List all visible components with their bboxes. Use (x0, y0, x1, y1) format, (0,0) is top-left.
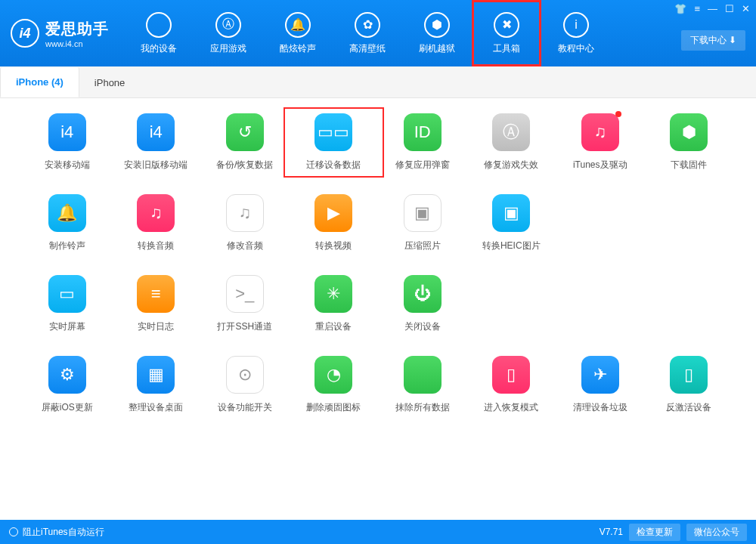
tool-icon: ⏻ (404, 275, 442, 313)
maximize-icon[interactable]: ☐ (725, 3, 734, 14)
tool-item[interactable]: ♫iTunes及驱动 (556, 113, 645, 172)
tool-item[interactable]: ≡实时日志 (112, 275, 201, 333)
tool-label: 实时屏幕 (49, 320, 85, 333)
tool-icon: ▯ (492, 356, 530, 394)
tool-label: 设备功能开关 (218, 401, 272, 414)
tool-label: 反激活设备 (666, 401, 711, 414)
nav-icon: i (563, 12, 589, 38)
menu-icon[interactable]: ≡ (694, 3, 700, 14)
tool-icon: ▣ (492, 194, 530, 232)
tool-item[interactable]: ▭▭迁移设备数据 (290, 113, 379, 172)
tool-item[interactable]: ⚙屏蔽iOS更新 (23, 356, 112, 414)
tool-item[interactable]: i4安装移动端 (23, 113, 112, 172)
tool-label: 安装移动端 (45, 159, 90, 172)
nav-2[interactable]: 🔔酷炫铃声 (263, 0, 333, 66)
tool-icon: Ⓐ (492, 113, 530, 151)
tool-label: 删除顽固图标 (306, 401, 361, 414)
tool-icon: ✳ (314, 275, 352, 313)
nav-label: 应用游戏 (210, 42, 246, 55)
skin-icon[interactable]: 👕 (674, 3, 686, 14)
tool-icon: ↺ (226, 113, 264, 151)
tool-label: 制作铃声 (49, 240, 85, 252)
nav-3[interactable]: ✿高清壁纸 (333, 0, 402, 66)
tool-label: 备份/恢复数据 (216, 159, 273, 172)
nav-0[interactable]: 我的设备 (124, 0, 194, 66)
tool-icon (404, 356, 442, 394)
nav-icon: ✿ (355, 12, 380, 38)
tool-label: 屏蔽iOS更新 (42, 401, 93, 414)
tool-item[interactable]: ◔删除顽固图标 (290, 356, 379, 414)
nav-label: 工具箱 (493, 42, 520, 55)
tab-0[interactable]: iPhone (4) (0, 67, 79, 97)
tool-label: 下载固件 (671, 159, 707, 172)
radio-icon[interactable] (9, 527, 18, 536)
tool-label: 转换音频 (138, 240, 174, 252)
tool-item[interactable]: ▯反激活设备 (645, 356, 734, 414)
tool-item[interactable]: ⏻关闭设备 (378, 275, 467, 333)
tool-label: 转换HEIC图片 (482, 240, 541, 252)
tab-1[interactable]: iPhone (79, 67, 140, 97)
tool-item[interactable]: ▯进入恢复模式 (467, 356, 556, 414)
tool-item[interactable]: ✈清理设备垃圾 (556, 356, 645, 414)
itunes-block-toggle[interactable]: 阻止iTunes自动运行 (23, 526, 104, 539)
tool-item[interactable]: ♫修改音频 (200, 194, 290, 252)
tool-icon: ✈ (581, 356, 619, 394)
nav-label: 刷机越狱 (419, 42, 455, 55)
tool-item[interactable]: ⊙设备功能开关 (200, 356, 290, 414)
tool-item[interactable]: >_打开SSH通道 (200, 275, 290, 333)
tool-item[interactable]: ID修复应用弹窗 (378, 113, 467, 172)
minimize-icon[interactable]: — (708, 3, 717, 14)
tool-item[interactable]: i4安装旧版移动端 (112, 113, 201, 172)
tool-label: 整理设备桌面 (129, 401, 183, 414)
tool-label: 关闭设备 (404, 320, 441, 333)
device-tabs: iPhone (4)iPhone (0, 66, 756, 98)
wechat-button[interactable]: 微信公众号 (686, 524, 747, 541)
tool-item[interactable]: ▶转换视频 (290, 194, 379, 252)
nav-6[interactable]: i教程中心 (541, 0, 611, 66)
tool-icon: ≡ (137, 275, 175, 313)
tool-label: iTunes及驱动 (573, 159, 627, 172)
nav-label: 高清壁纸 (349, 42, 386, 55)
tool-item[interactable]: 🔔制作铃声 (23, 194, 112, 252)
nav-label: 我的设备 (141, 42, 177, 55)
notification-dot-icon (615, 111, 621, 117)
tool-icon: ⊙ (226, 356, 264, 394)
download-center-button[interactable]: 下载中心 ⬇ (681, 30, 745, 51)
tool-item[interactable]: Ⓐ修复游戏失效 (467, 113, 556, 172)
tool-label: 抹除所有数据 (395, 401, 450, 414)
logo-badge-icon: i4 (11, 19, 39, 48)
tool-icon: ⚙ (48, 356, 86, 394)
tool-item[interactable]: ✳重启设备 (290, 275, 379, 333)
nav-icon: ✖ (494, 12, 519, 38)
main-nav: 我的设备Ⓐ应用游戏🔔酷炫铃声✿高清壁纸⬢刷机越狱✖工具箱i教程中心 (124, 0, 611, 66)
tool-icon: ▶ (314, 194, 352, 232)
tool-icon: ▭▭ (314, 113, 352, 151)
close-icon[interactable]: ✕ (742, 3, 750, 14)
tool-item[interactable]: ▣转换HEIC图片 (467, 194, 556, 252)
app-logo: i4 爱思助手 www.i4.cn (11, 19, 109, 48)
brand-name: 爱思助手 (45, 19, 109, 39)
status-bar: 阻止iTunes自动运行 V7.71 检查更新 微信公众号 (0, 520, 756, 544)
tool-item[interactable]: ♫转换音频 (112, 194, 201, 252)
nav-4[interactable]: ⬢刷机越狱 (402, 0, 472, 66)
check-update-button[interactable]: 检查更新 (629, 524, 680, 541)
tool-label: 打开SSH通道 (217, 320, 272, 333)
tool-icon: ⬢ (670, 113, 708, 151)
tool-icon: ♫ (137, 194, 175, 232)
tool-icon: ▭ (48, 275, 86, 313)
window-controls: 👕 ≡ — ☐ ✕ (674, 3, 750, 14)
tool-item[interactable]: ▭实时屏幕 (23, 275, 112, 333)
nav-label: 酷炫铃声 (280, 42, 316, 55)
nav-icon: 🔔 (285, 12, 311, 38)
nav-1[interactable]: Ⓐ应用游戏 (194, 0, 263, 66)
nav-5[interactable]: ✖工具箱 (472, 0, 541, 66)
tool-item[interactable]: 抹除所有数据 (378, 356, 467, 414)
tool-item[interactable]: ↺备份/恢复数据 (200, 113, 290, 172)
tool-item[interactable]: ▣压缩照片 (378, 194, 467, 252)
tool-icon: ▣ (404, 194, 442, 232)
app-header: i4 爱思助手 www.i4.cn 我的设备Ⓐ应用游戏🔔酷炫铃声✿高清壁纸⬢刷机… (0, 0, 756, 66)
tool-label: 修复游戏失效 (484, 159, 538, 172)
tool-label: 进入恢复模式 (484, 401, 538, 414)
tool-item[interactable]: ▦整理设备桌面 (112, 356, 201, 414)
tool-item[interactable]: ⬢下载固件 (645, 113, 734, 172)
